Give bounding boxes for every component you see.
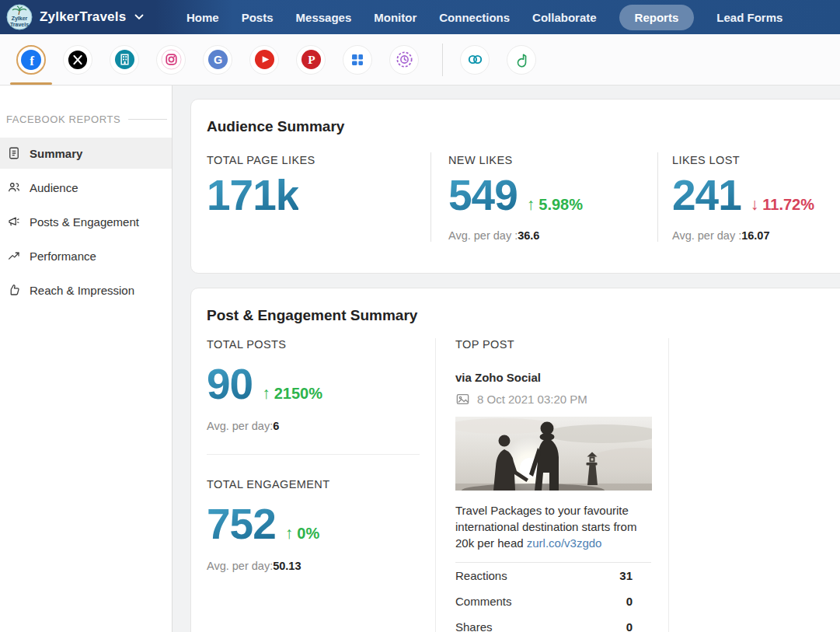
pinterest-icon: P	[301, 49, 322, 70]
megaphone-icon	[7, 215, 21, 229]
channel-google-my-business[interactable]: G	[203, 45, 232, 75]
sidebar-item-posts-engagement[interactable]: Posts & Engagement	[0, 206, 172, 237]
thumbs-up-icon	[7, 283, 21, 297]
stat-value: 0	[626, 620, 651, 632]
building-icon	[114, 49, 135, 70]
top-post-column: TOP POST via Zoho Social 8 Oct 2021 03:2…	[436, 338, 669, 632]
svg-text:G: G	[213, 54, 221, 66]
audience-summary-card: Audience Summary TOTAL PAGE LIKES 171k N…	[190, 99, 840, 274]
stat-value: 31	[619, 569, 651, 582]
top-navbar: Zylker Travels ZylkerTravels Home Posts …	[0, 0, 840, 34]
top-post-image[interactable]	[455, 417, 652, 491]
sidebar-item-label: Reach & Impression	[30, 284, 134, 297]
sidebar-section-header: FACEBOOK REPORTS	[6, 113, 167, 125]
sidebar-section-title: FACEBOOK REPORTS	[6, 113, 120, 125]
purple-dial-icon	[394, 49, 415, 70]
sidebar-item-audience[interactable]: Audience	[0, 172, 172, 203]
top-post-caption: Travel Packages to your favourite intern…	[455, 502, 652, 551]
stat-label: Shares	[455, 620, 493, 632]
channel-green-chart[interactable]	[507, 45, 536, 75]
channel-pinterest[interactable]: P	[296, 45, 326, 75]
channel-group-divider	[442, 44, 443, 76]
channel-facebook[interactable]: f	[16, 45, 46, 75]
stat-row-reactions: Reactions 31	[455, 563, 651, 588]
metric-value: 752	[207, 503, 276, 546]
top-post-source: via Zoho Social	[455, 371, 651, 384]
chevron-down-icon	[134, 14, 144, 20]
sidebar-item-label: Audience	[30, 181, 78, 194]
metric-value: 171k	[207, 174, 298, 217]
brand-logo: Zylker Travels	[6, 4, 33, 30]
page-body: FACEBOOK REPORTS Summary Audience Posts …	[0, 86, 840, 632]
reports-sidebar: FACEBOOK REPORTS Summary Audience Posts …	[0, 86, 173, 632]
down-arrow-icon: ↓	[751, 195, 759, 214]
channel-linkedin-company[interactable]	[110, 45, 139, 75]
x-twitter-icon	[68, 50, 88, 70]
top-post-date: 8 Oct 2021 03:20 PM	[477, 393, 587, 406]
metric-value: 241	[672, 174, 741, 217]
metric-label: TOTAL POSTS	[207, 338, 421, 351]
metric-label: NEW LIKES	[448, 154, 657, 166]
account-name: ZylkerTravels	[40, 9, 126, 25]
sidebar-item-summary[interactable]: Summary	[0, 138, 172, 169]
stat-value: 0	[626, 595, 651, 608]
report-content: Audience Summary TOTAL PAGE LIKES 171k N…	[173, 86, 840, 632]
post-link[interactable]: zurl.co/v3zgdo	[527, 536, 602, 550]
metric-likes-lost: LIKES LOST 241 ↓ 11.72% Avg. per day :16…	[657, 152, 840, 242]
metric-label: LIKES LOST	[672, 154, 840, 166]
posts-stats-column: TOTAL POSTS 90 ↑ 2150% Avg. per day:6	[207, 338, 436, 632]
nav-item-reports[interactable]: Reports	[619, 5, 695, 30]
metric-total-page-likes: TOTAL PAGE LIKES 171k	[207, 152, 430, 242]
metric-value: 549	[448, 174, 518, 217]
channel-zoho-rings[interactable]	[460, 45, 490, 75]
svg-text:f: f	[30, 54, 34, 68]
post-engagement-card: Post & Engagement Summary TOTAL POSTS 90…	[190, 288, 840, 632]
nav-item-monitor[interactable]: Monitor	[374, 11, 417, 24]
nav-item-connections[interactable]: Connections	[439, 11, 510, 24]
nav-item-lead-forms[interactable]: Lead Forms	[716, 11, 782, 24]
channel-bar: f G	[0, 34, 840, 86]
up-arrow-icon: ↑	[262, 384, 270, 403]
metric-value: 90	[207, 363, 253, 406]
nav-item-posts[interactable]: Posts	[242, 11, 274, 24]
change-badge-positive: ↑ 0%	[285, 524, 319, 543]
zoho-rings-icon	[465, 49, 486, 70]
section-title-divider	[128, 119, 167, 120]
sidebar-item-performance[interactable]: Performance	[0, 240, 172, 271]
change-badge-positive: ↑ 5.98%	[527, 195, 583, 214]
horizontal-divider	[207, 454, 420, 455]
change-percent: 11.72%	[762, 196, 814, 214]
primary-nav: Home Posts Messages Monitor Connections …	[186, 5, 782, 30]
green-chart-icon	[511, 50, 532, 70]
audience-metrics-row: TOTAL PAGE LIKES 171k NEW LIKES 549 ↑ 5.…	[207, 152, 840, 242]
channel-x-twitter[interactable]	[63, 45, 92, 75]
facebook-icon: f	[20, 49, 42, 71]
channel-tile-grid[interactable]	[343, 45, 372, 75]
nav-item-home[interactable]: Home	[186, 11, 219, 24]
up-arrow-icon: ↑	[285, 524, 294, 543]
card-title-posts: Post & Engagement Summary	[207, 307, 840, 324]
top-post-label: TOP POST	[455, 338, 651, 351]
sidebar-item-label: Posts & Engagement	[30, 215, 139, 229]
up-arrow-icon: ↑	[527, 195, 535, 214]
card-title-audience: Audience Summary	[207, 118, 840, 135]
sidebar-item-reach-impression[interactable]: Reach & Impression	[0, 274, 172, 306]
google-icon: G	[207, 49, 228, 70]
top-post-date-row: 8 Oct 2021 03:20 PM	[455, 392, 651, 407]
avg-per-day: Avg. per day :36.6	[448, 229, 657, 242]
stat-row-shares: Shares 0	[455, 614, 651, 632]
nav-item-collaborate[interactable]: Collaborate	[532, 11, 597, 24]
sidebar-item-label: Summary	[30, 147, 82, 160]
selected-channel-underline	[10, 82, 52, 85]
avg-per-day: Avg. per day :16.07	[672, 229, 840, 242]
channel-instagram[interactable]	[156, 45, 186, 75]
stat-label: Reactions	[455, 569, 507, 582]
people-icon	[7, 180, 21, 194]
channel-purple-dial[interactable]	[389, 45, 419, 75]
account-switcher[interactable]: Zylker Travels ZylkerTravels	[0, 4, 173, 30]
change-percent: 2150%	[274, 385, 322, 403]
sidebar-item-label: Performance	[30, 250, 96, 263]
channel-youtube[interactable]	[249, 45, 279, 75]
photo-icon	[455, 392, 470, 407]
nav-item-messages[interactable]: Messages	[296, 11, 352, 24]
